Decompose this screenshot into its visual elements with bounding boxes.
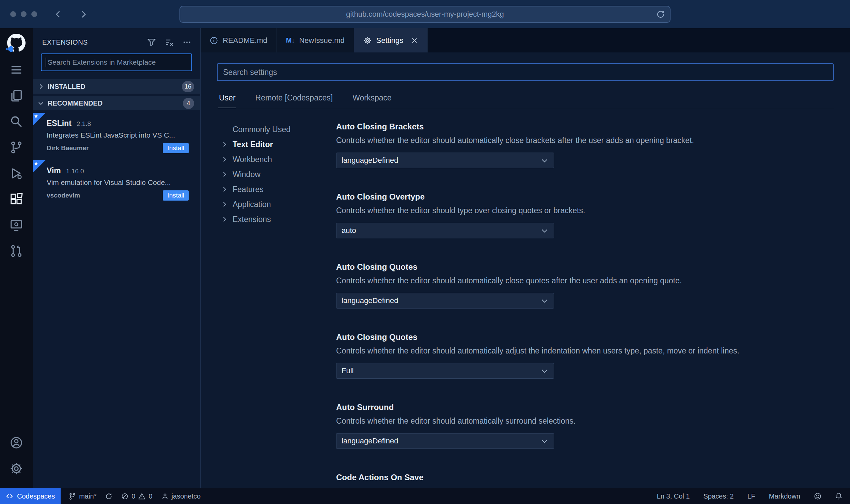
indentation[interactable]: Spaces: 2	[703, 492, 734, 500]
branch-icon	[69, 493, 76, 500]
toc-item-window[interactable]: Window	[217, 167, 336, 182]
filter-icon[interactable]	[147, 38, 156, 47]
setting-item: Auto Surround Controls whether the edito…	[336, 403, 834, 449]
tab-label: NewIssue.md	[299, 36, 344, 45]
pull-request-icon[interactable]	[0, 238, 33, 264]
chevron-down-icon	[540, 297, 549, 305]
toc-label: Window	[233, 170, 261, 179]
tab-bar: README.md M↓ NewIssue.md Settings	[201, 28, 850, 52]
remote-explorer-icon[interactable]	[0, 212, 33, 238]
dropdown-value: languageDefined	[342, 437, 398, 445]
notifications-bell-icon[interactable]	[835, 492, 843, 500]
setting-dropdown[interactable]: languageDefined	[336, 433, 554, 449]
settings-gear-icon[interactable]	[0, 456, 33, 482]
install-button[interactable]: Install	[163, 143, 189, 153]
section-recommended[interactable]: RECOMMENDED 4	[33, 96, 200, 110]
window-close-button[interactable]	[10, 11, 16, 17]
markdown-icon: M↓	[286, 36, 295, 44]
feedback-icon[interactable]	[814, 492, 821, 500]
tab-settings[interactable]: Settings	[354, 28, 428, 52]
reload-icon[interactable]	[656, 10, 665, 19]
window-minimize-button[interactable]	[21, 11, 27, 17]
section-installed[interactable]: INSTALLED 16	[33, 79, 200, 94]
clear-search-icon[interactable]	[165, 38, 174, 47]
scope-tab-user[interactable]: User	[218, 90, 236, 108]
chevron-right-icon	[221, 186, 228, 193]
window-zoom-button[interactable]	[31, 11, 37, 17]
codespaces-label: Codespaces	[17, 492, 55, 500]
toc-item-text-editor[interactable]: Text Editor	[217, 137, 336, 152]
toc-label: Text Editor	[233, 140, 273, 149]
search-icon[interactable]	[0, 109, 33, 135]
setting-dropdown[interactable]: auto	[336, 223, 554, 238]
menu-icon[interactable]	[0, 57, 33, 83]
url-bar[interactable]: github.com/codespaces/user-my-project-mg…	[179, 6, 671, 23]
activity-bar	[0, 28, 33, 488]
explorer-icon[interactable]	[0, 83, 33, 109]
branch-indicator[interactable]: main*	[69, 492, 96, 500]
setting-description: Controls whether the editor should autom…	[336, 416, 834, 426]
toc-label: Application	[233, 200, 271, 209]
extensions-search-input[interactable]: Search Extensions in Marketplace	[41, 53, 192, 71]
toc-item-application[interactable]: Application	[217, 197, 336, 212]
extension-item-vim[interactable]: Vim 1.16.0 Vim emulation for Visual Stud…	[33, 160, 200, 207]
extensions-icon[interactable]	[0, 186, 33, 212]
toc-item-commonly-used[interactable]: Commonly Used	[217, 122, 336, 137]
toc-label: Features	[233, 185, 264, 194]
language-mode[interactable]: Markdown	[769, 492, 800, 500]
toc-label: Commonly Used	[233, 125, 290, 134]
section-badge: 16	[182, 81, 194, 92]
codespaces-remote-indicator[interactable]: Codespaces	[0, 488, 61, 504]
run-debug-icon[interactable]	[0, 160, 33, 186]
toc-label: Extensions	[233, 215, 271, 224]
setting-title: Auto Surround	[336, 403, 834, 412]
setting-item: Auto Closing Quotes Controls whether the…	[336, 262, 834, 309]
chevron-down-icon	[540, 226, 549, 235]
toc-item-features[interactable]: Features	[217, 182, 336, 197]
extension-item-eslint[interactable]: ESLint 2.1.8 Integrates ESLint JavaScrip…	[33, 113, 200, 160]
branch-name: main*	[79, 492, 96, 500]
tab-newissue[interactable]: M↓ NewIssue.md	[277, 28, 354, 52]
person-icon	[161, 493, 169, 500]
toc-item-workbench[interactable]: Workbench	[217, 152, 336, 167]
scope-tab-workspace[interactable]: Workspace	[352, 90, 392, 108]
setting-item: Auto Closing Quotes Controls whether the…	[336, 332, 834, 379]
sync-indicator[interactable]	[105, 493, 112, 500]
eol-indicator[interactable]: LF	[747, 492, 755, 500]
setting-dropdown[interactable]: languageDefined	[336, 293, 554, 309]
toc-item-extensions[interactable]: Extensions	[217, 212, 336, 227]
recommended-star-icon	[33, 113, 46, 126]
extension-name: ESLint	[47, 119, 72, 128]
forward-icon[interactable]	[79, 10, 88, 19]
dropdown-value: auto	[342, 226, 356, 235]
setting-title: Code Actions On Save	[336, 473, 834, 482]
account-icon[interactable]	[0, 430, 33, 456]
install-button[interactable]: Install	[163, 190, 189, 201]
setting-item: Code Actions On Save	[336, 473, 834, 482]
url-text: github.com/codespaces/user-my-project-mg…	[346, 10, 504, 19]
browser-chrome: github.com/codespaces/user-my-project-mg…	[0, 0, 850, 28]
setting-dropdown[interactable]: Full	[336, 363, 554, 379]
setting-dropdown[interactable]: languageDefined	[336, 153, 554, 168]
extension-version: 1.16.0	[66, 168, 84, 175]
setting-title: Auto Closing Quotes	[336, 332, 834, 342]
scope-tab-remote[interactable]: Remote [Codespaces]	[255, 90, 334, 108]
extension-version: 2.1.8	[77, 120, 91, 128]
extension-description: Vim emulation for Visual Studio Code...	[47, 178, 189, 187]
problems-indicator[interactable]: 0 0	[121, 492, 152, 500]
setting-description: Controls whether the editor should type …	[336, 206, 834, 215]
settings-search-input[interactable]	[217, 63, 834, 81]
tab-readme[interactable]: README.md	[201, 28, 277, 52]
github-codespaces-logo[interactable]	[7, 34, 26, 52]
section-label: RECOMMENDED	[48, 99, 103, 107]
chevron-down-icon	[540, 156, 549, 164]
more-actions-icon[interactable]	[183, 38, 191, 47]
back-icon[interactable]	[53, 10, 63, 19]
close-icon[interactable]	[411, 37, 418, 44]
cursor-position[interactable]: Ln 3, Col 1	[657, 492, 690, 500]
source-control-icon[interactable]	[0, 135, 33, 160]
sidebar-title: EXTENSIONS	[42, 38, 88, 46]
user-indicator[interactable]: jasonetco	[161, 492, 201, 500]
sync-icon	[105, 493, 112, 500]
chevron-down-icon	[540, 367, 549, 375]
